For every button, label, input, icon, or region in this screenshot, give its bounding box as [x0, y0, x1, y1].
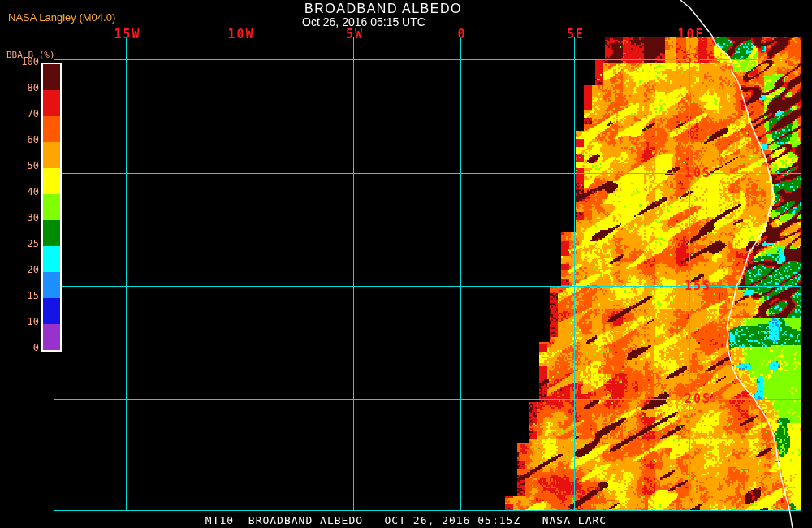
credit-label: NASA Langley (M04.0)	[8, 11, 115, 24]
colorbar-segment	[43, 168, 60, 194]
status-bar-text: MT10 BROADBAND ALBEDO OCT 26, 2016 05:15…	[205, 514, 607, 526]
colorbar-tick-label: 10	[6, 316, 39, 327]
colorbar-tick-label: 0	[6, 342, 39, 353]
colorbar-segment	[43, 324, 60, 350]
colorbar-tick-label: 40	[6, 186, 39, 197]
colorbar-tick-label: 20	[6, 264, 39, 275]
colorbar-tick-label: 15	[6, 290, 39, 301]
colorbar-segment	[43, 272, 60, 298]
colorbar-segment	[43, 220, 60, 246]
colorbar-segment	[43, 298, 60, 324]
albedo-product-image: NASA Langley (M04.0) BROADBAND ALBEDO Oc…	[0, 0, 812, 528]
colorbar-segment	[43, 90, 60, 116]
colorbar-segment	[43, 64, 60, 90]
product-timestamp: Oct 26, 2016 05:15 UTC	[302, 15, 425, 28]
colorbar-tick-label: 70	[6, 108, 39, 119]
colorbar-tick-label: 50	[6, 160, 39, 171]
product-title: BROADBAND ALBEDO	[304, 2, 462, 16]
colorbar-tick-label: 30	[6, 212, 39, 223]
colorbar-tick-label: 80	[6, 82, 39, 93]
albedo-map-canvas	[0, 0, 812, 528]
colorbar-tick-label: 100	[6, 56, 39, 67]
colorbar-tick-label: 25	[6, 238, 39, 249]
colorbar-segment	[43, 246, 60, 272]
colorbar-tick-label: 60	[6, 134, 39, 145]
colorbar	[41, 63, 62, 352]
colorbar-segment	[43, 142, 60, 168]
colorbar-segment	[43, 116, 60, 142]
colorbar-segment	[43, 194, 60, 220]
